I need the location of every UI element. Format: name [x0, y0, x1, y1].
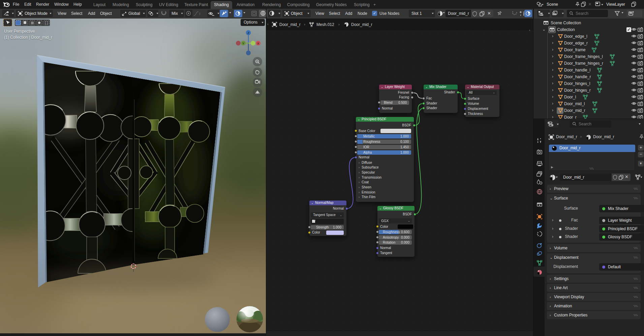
svg-text:X: X	[257, 42, 259, 45]
svg-text:Y: Y	[242, 42, 244, 45]
svg-text:Z: Z	[247, 31, 249, 35]
